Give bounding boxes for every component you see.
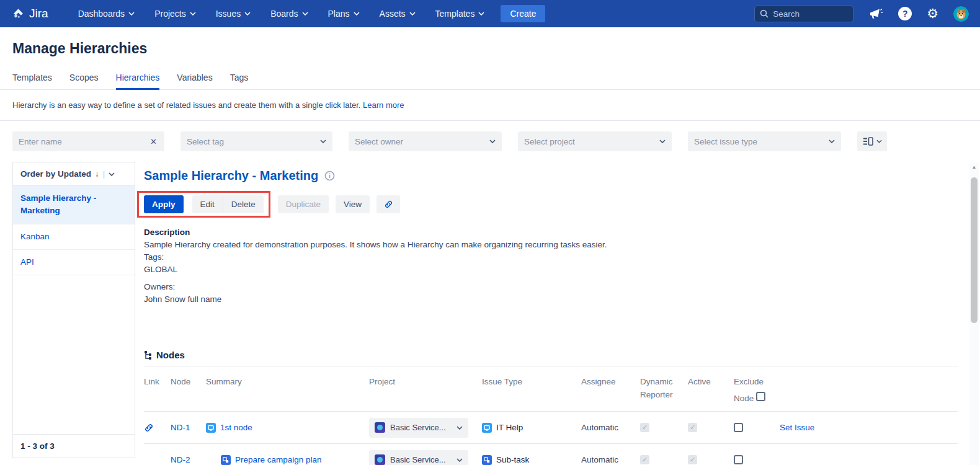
- project-select[interactable]: Basic Service...: [369, 418, 468, 438]
- scroll-up-arrow[interactable]: ▲: [969, 162, 979, 172]
- intro-text-row: Hierarchy is an easy way to define a set…: [0, 90, 980, 121]
- apply-button[interactable]: Apply: [144, 195, 184, 213]
- help-icon[interactable]: ?: [898, 7, 912, 20]
- owners-value: John Snow full name: [144, 293, 980, 306]
- nav-item-issues[interactable]: Issues: [216, 9, 251, 19]
- chevron-down-icon: [128, 12, 135, 16]
- nav-item-label: Projects: [154, 9, 186, 19]
- col-issue-type: Issue Type: [482, 375, 581, 388]
- gear-icon[interactable]: ⚙: [927, 7, 938, 20]
- hierarchy-list-sidebar: Order by Updated ↓ | Sample Hierarchy - …: [12, 162, 135, 458]
- copy-link-button[interactable]: [376, 195, 400, 213]
- column-settings-button[interactable]: [857, 131, 887, 151]
- issue-type-filter-select[interactable]: Select issue type: [688, 131, 841, 151]
- description-text: Sample Hierarchy created for demonstrati…: [144, 239, 980, 251]
- nav-item-label: Templates: [435, 9, 475, 19]
- hierarchy-tree-icon: [144, 350, 153, 360]
- project-filter-placeholder: Select project: [524, 137, 575, 146]
- search-input[interactable]: [773, 9, 841, 19]
- nodes-table-header: Link Node Summary Project Issue Type Ass…: [144, 366, 958, 411]
- nav-item-boards[interactable]: Boards: [270, 9, 308, 19]
- link-icon[interactable]: [144, 423, 154, 433]
- link-cell: [144, 423, 171, 433]
- chevron-down-icon[interactable]: [109, 172, 115, 176]
- nodes-section-header: Nodes: [144, 350, 980, 360]
- edit-button[interactable]: Edit: [192, 195, 223, 213]
- issue-type-icon-sub-task: [221, 455, 231, 465]
- assignee-value: Automatic: [581, 423, 640, 432]
- issue-type-icon-sub-task: [482, 455, 492, 465]
- tab-tags[interactable]: Tags: [230, 73, 249, 89]
- chevron-down-icon: [478, 12, 484, 16]
- owner-filter-placeholder: Select owner: [355, 137, 403, 146]
- name-filter: ✕: [12, 131, 164, 151]
- chevron-down-icon: [320, 140, 326, 143]
- exclude-all-checkbox[interactable]: [756, 392, 765, 401]
- clear-name-icon[interactable]: ✕: [149, 137, 158, 146]
- set-issue-link[interactable]: Set Issue: [780, 423, 814, 432]
- tab-templates[interactable]: Templates: [12, 73, 52, 89]
- hierarchy-detail: Sample Hierarchy - Marketing Apply Edit …: [135, 162, 980, 465]
- learn-more-link[interactable]: Learn more: [363, 100, 404, 110]
- node-id-link[interactable]: ND-2: [171, 455, 190, 464]
- link-icon: [384, 200, 393, 209]
- project-filter-select[interactable]: Select project: [518, 131, 672, 151]
- exclude-node-checkbox[interactable]: [734, 423, 743, 432]
- sidebar-item-sample-hierarchy-marketing[interactable]: Sample Hierarchy - Marketing: [13, 186, 135, 224]
- columns-icon: [863, 137, 873, 146]
- node-id-link[interactable]: ND-1: [171, 423, 190, 432]
- name-filter-input[interactable]: [19, 137, 149, 146]
- tag-filter-select[interactable]: Select tag: [180, 131, 332, 151]
- tab-scopes[interactable]: Scopes: [69, 73, 99, 89]
- nav-item-dashboards[interactable]: Dashboards: [78, 9, 135, 19]
- description-block: Description Sample Hierarchy created for…: [144, 226, 980, 306]
- order-by-control[interactable]: Order by Updated ↓ |: [13, 162, 135, 186]
- global-search[interactable]: [754, 6, 853, 22]
- sidebar-spacer: [13, 275, 135, 434]
- col-link: Link: [144, 375, 171, 388]
- edit-delete-group: Edit Delete: [192, 195, 264, 213]
- node-summary-link[interactable]: Prepare campaign plan: [235, 455, 322, 464]
- nav-item-label: Issues: [216, 9, 241, 19]
- search-icon: [760, 9, 768, 18]
- tab-hierarchies[interactable]: Hierarchies: [116, 73, 160, 90]
- sidebar-item-kanban[interactable]: Kanban: [13, 224, 135, 250]
- nav-item-templates[interactable]: Templates: [435, 9, 485, 19]
- sort-direction-icon[interactable]: ↓: [95, 169, 99, 179]
- issue-type-value: Sub-task: [496, 455, 529, 464]
- project-select[interactable]: Basic Service...: [369, 450, 468, 465]
- top-navigation: Jira Dashboards Projects Issues Boards P…: [0, 0, 980, 27]
- sidebar-item-api[interactable]: API: [13, 250, 135, 275]
- info-icon[interactable]: [324, 170, 335, 181]
- scrollbar-thumb[interactable]: [971, 177, 978, 323]
- delete-button[interactable]: Delete: [223, 195, 264, 213]
- chevron-down-icon: [489, 140, 496, 143]
- tags-label: Tags:: [144, 251, 980, 264]
- red-annotation-box: Apply Edit Delete: [137, 191, 270, 218]
- jira-logo[interactable]: Jira: [11, 7, 48, 20]
- create-button[interactable]: Create: [501, 5, 545, 22]
- intro-text: Hierarchy is an easy way to define a set…: [12, 100, 360, 110]
- tags-value: GLOBAL: [144, 264, 980, 276]
- duplicate-button[interactable]: Duplicate: [278, 195, 329, 213]
- chevron-down-icon: [659, 140, 666, 143]
- order-by-label: Order by Updated: [20, 169, 91, 179]
- nav-item-plans[interactable]: Plans: [328, 9, 360, 19]
- avatar[interactable]: [953, 6, 969, 22]
- exclude-node-checkbox[interactable]: [734, 455, 743, 464]
- project-avatar: [375, 422, 385, 433]
- col-node: Node: [171, 375, 206, 388]
- nav-item-assets[interactable]: Assets: [380, 9, 416, 19]
- dynamic-reporter-checkbox: [640, 455, 649, 464]
- owner-filter-select[interactable]: Select owner: [349, 131, 502, 151]
- announcements-icon[interactable]: [868, 7, 883, 20]
- view-button[interactable]: View: [336, 195, 370, 213]
- nav-item-projects[interactable]: Projects: [154, 9, 196, 19]
- issue-type-icon-it-help: [482, 423, 492, 433]
- nav-right: ? ⚙: [754, 6, 969, 22]
- nav-menu: Dashboards Projects Issues Boards Plans …: [78, 9, 485, 19]
- node-summary-link[interactable]: 1st node: [220, 423, 252, 432]
- tab-variables[interactable]: Variables: [177, 73, 212, 89]
- vertical-scrollbar[interactable]: ▲: [969, 162, 979, 465]
- nav-item-label: Dashboards: [78, 9, 125, 19]
